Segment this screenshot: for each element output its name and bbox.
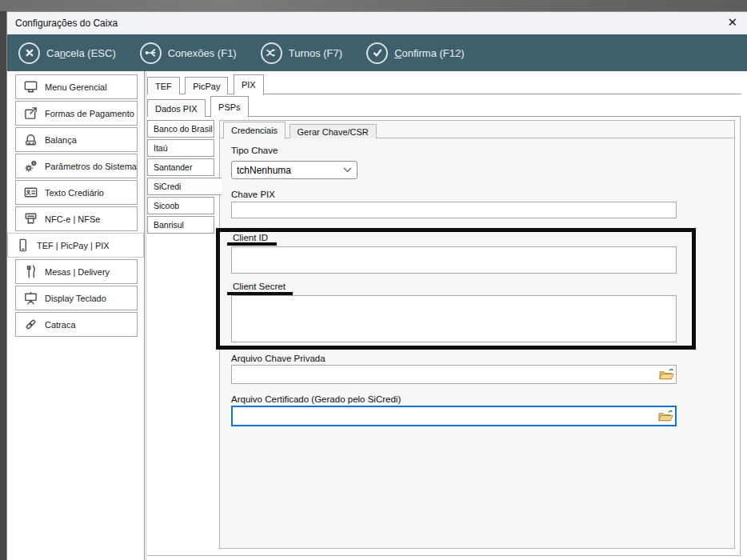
check-icon [366, 42, 388, 64]
scale-icon [16, 132, 45, 147]
open-folder-icon[interactable] [656, 410, 675, 422]
arquivo-chave-privada-label: Arquivo Chave Privada [231, 354, 326, 363]
tab-picpay[interactable]: PicPay [185, 77, 228, 94]
connections-label: Conexões (F1) [168, 47, 237, 59]
tab-pix[interactable]: PIX [234, 74, 264, 95]
tab-gerar-chave-csr[interactable]: Gerar Chave/CSR [290, 124, 377, 138]
printer-icon [16, 211, 45, 226]
sidebar-item-label: Menu Gerencial [45, 82, 107, 92]
bank-tab-sicoob[interactable]: Sicoob [147, 197, 214, 214]
tipo-chave-select[interactable]: tchNenhuma [231, 161, 358, 179]
credentials-panel: Credenciais Gerar Chave/CSR Tipo Chave t… [219, 120, 735, 549]
credentials-tabstrip: Credenciais Gerar Chave/CSR [220, 121, 734, 138]
sidebar-item-label: Parâmetros do Sistema [45, 162, 137, 171]
bank-tab-santander[interactable]: Santander [147, 158, 214, 176]
tab-dados-pix[interactable]: Dados PIX [147, 99, 206, 117]
sidebar-item-label: Balança [45, 135, 77, 145]
tipo-chave-value: tchNenhuma [237, 165, 343, 176]
arquivo-chave-privada-input[interactable] [232, 369, 657, 380]
confirm-label: Confirma (F12) [394, 47, 464, 59]
sidebar-item-display-teclado[interactable]: Display Teclado [15, 286, 138, 310]
sidebar-item-tef-picpay-pix[interactable]: TEF | PicPay | PIX [7, 233, 144, 258]
sidebar-item-label: TEF | PicPay | PIX [37, 241, 110, 250]
bank-tab-banrisul[interactable]: Banrisul [147, 216, 214, 234]
sidebar-item-label: Mesas | Delivery [45, 267, 110, 277]
configuracoes-do-caixa-window: Configurações do Caixa ✕ Cancela (ESC) C… [6, 11, 747, 560]
cancel-button[interactable]: Cancela (ESC) [18, 42, 116, 64]
bank-tab-sicredi[interactable]: SiCredi [147, 178, 222, 195]
sidebar-item-parametros-do-sistema[interactable]: Parâmetros do Sistema [15, 154, 138, 178]
cancel-label: Cancela (ESC) [46, 47, 116, 59]
bank-tab-itau[interactable]: Itaú [147, 139, 214, 157]
export-icon [16, 106, 45, 121]
projector-screen-icon [16, 290, 45, 306]
connections-icon [140, 42, 162, 64]
sidebar-item-label: Display Teclado [45, 294, 106, 303]
tab-tef[interactable]: TEF [147, 77, 180, 94]
gears-icon [16, 158, 45, 174]
sidebar-item-formas-de-pagamento[interactable]: Formas de Pagamento [15, 101, 138, 126]
pix-tabstrip: Dados PIX PSPs [147, 95, 741, 117]
arquivo-chave-privada-field [231, 365, 677, 384]
arquivo-certificado-field [231, 406, 677, 426]
open-folder-icon[interactable] [657, 368, 676, 381]
connections-button[interactable]: Conexões (F1) [140, 42, 237, 64]
sidebar-item-label: NFC-e | NFSe [45, 214, 100, 224]
client-id-input[interactable] [231, 246, 677, 274]
sidebar-item-texto-crediario[interactable]: Texto Crediário [15, 180, 138, 205]
desktop-background-strip [0, 0, 747, 11]
sidebar-item-mesas-delivery[interactable]: Mesas | Delivery [15, 259, 138, 284]
shuffle-icon [261, 42, 282, 64]
cancel-icon [18, 42, 40, 64]
chain-link-icon [16, 317, 45, 332]
confirm-button[interactable]: Confirma (F12) [366, 42, 464, 64]
title-bar: Configurações do Caixa ✕ [7, 12, 747, 34]
sidebar-item-menu-gerencial[interactable]: Menu Gerencial [15, 74, 138, 99]
tab-credenciais[interactable]: Credenciais [223, 122, 286, 139]
main-tabstrip: TEF PicPay PIX [147, 74, 741, 94]
client-id-label: Client ID [233, 233, 268, 242]
smartphone-icon [8, 238, 37, 253]
annotation-underline-client-id [227, 242, 277, 246]
bank-tab-banco-do-brasil[interactable]: Banco do Brasil [147, 120, 214, 138]
content-area: TEF PicPay PIX Dados PIX PSPs Banco do B… [146, 71, 747, 560]
shifts-label: Turnos (F7) [289, 47, 342, 59]
arquivo-certificado-label: Arquivo Certificado (Gerado pelo SiCredi… [231, 394, 401, 404]
sidebar-item-balanca[interactable]: Balança [15, 127, 138, 152]
window-title: Configurações do Caixa [15, 18, 118, 29]
close-icon[interactable]: ✕ [727, 16, 737, 29]
chave-pix-label: Chave PIX [231, 190, 275, 199]
sidebar-item-label: Formas de Pagamento [45, 109, 134, 118]
sidebar-item-label: Catraca [45, 320, 76, 330]
sidebar: Menu Gerencial Formas de Pagamento Balan… [7, 71, 145, 560]
tipo-chave-label: Tipo Chave [231, 146, 278, 155]
arquivo-certificado-input[interactable] [233, 410, 656, 422]
sidebar-item-label: Texto Crediário [45, 188, 104, 198]
bank-tab-column: Banco do Brasil Itaú Santander SiCredi S… [147, 120, 224, 235]
client-secret-input[interactable] [231, 295, 677, 342]
psps-page: Banco do Brasil Itaú Santander SiCredi S… [147, 117, 741, 556]
shifts-button[interactable]: Turnos (F7) [261, 42, 342, 64]
client-secret-label: Client Secret [233, 282, 286, 291]
main-toolbar: Cancela (ESC) Conexões (F1) Turnos (F7) … [7, 34, 747, 71]
sidebar-item-catraca[interactable]: Catraca [15, 312, 138, 337]
chevron-down-icon [343, 167, 352, 173]
utensils-icon [16, 264, 45, 279]
monitor-icon [16, 79, 45, 94]
chave-pix-input[interactable] [231, 202, 677, 218]
id-card-icon [16, 185, 45, 200]
tab-psps[interactable]: PSPs [210, 96, 249, 118]
sidebar-item-nfce-nfse[interactable]: NFC-e | NFSe [15, 206, 138, 231]
